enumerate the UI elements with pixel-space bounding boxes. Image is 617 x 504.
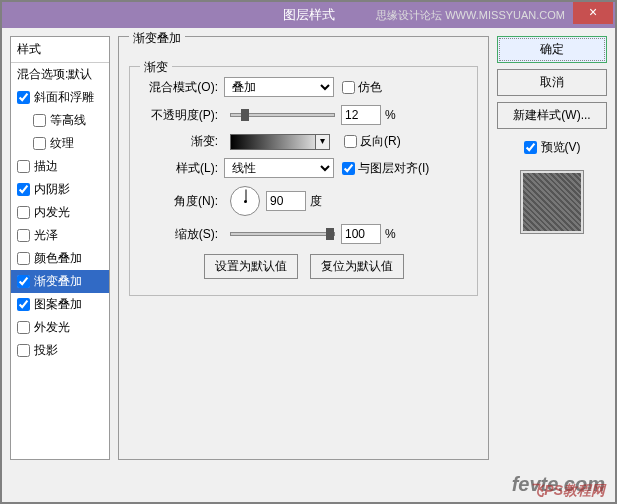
style-checkbox[interactable] — [17, 91, 30, 104]
style-checkbox[interactable] — [17, 206, 30, 219]
align-checkbox[interactable]: 与图层对齐(I) — [342, 160, 429, 177]
opacity-row: 不透明度(P): % — [138, 105, 469, 125]
style-item-3[interactable]: 描边 — [11, 155, 109, 178]
blend-mode-row: 混合模式(O): 叠加 仿色 — [138, 77, 469, 97]
scale-input[interactable] — [341, 224, 381, 244]
style-checkbox[interactable] — [17, 298, 30, 311]
gradient-label: 渐变: — [138, 133, 218, 150]
angle-label: 角度(N): — [138, 193, 218, 210]
reverse-checkbox[interactable]: 反向(R) — [344, 133, 401, 150]
angle-dial[interactable] — [230, 186, 260, 216]
scale-label: 缩放(S): — [138, 226, 218, 243]
ok-button[interactable]: 确定 — [497, 36, 607, 63]
style-select[interactable]: 线性 — [224, 158, 334, 178]
style-item-label: 渐变叠加 — [34, 273, 82, 290]
cancel-button[interactable]: 取消 — [497, 69, 607, 96]
opacity-slider[interactable] — [230, 113, 335, 117]
preview-thumbnail — [520, 170, 584, 234]
style-checkbox[interactable] — [17, 344, 30, 357]
blend-options-default[interactable]: 混合选项:默认 — [11, 63, 109, 86]
settings-panel: 渐变叠加 渐变 混合模式(O): 叠加 仿色 不透明度(P): % 渐变: ▾ … — [118, 36, 489, 460]
style-item-label: 描边 — [34, 158, 58, 175]
opacity-input[interactable] — [341, 105, 381, 125]
style-item-label: 内阴影 — [34, 181, 70, 198]
style-item-10[interactable]: 外发光 — [11, 316, 109, 339]
scale-slider[interactable] — [230, 232, 335, 236]
angle-input[interactable] — [266, 191, 306, 211]
style-item-label: 斜面和浮雕 — [34, 89, 94, 106]
fieldset-title: 渐变 — [140, 59, 172, 76]
style-item-0[interactable]: 斜面和浮雕 — [11, 86, 109, 109]
set-default-button[interactable]: 设置为默认值 — [204, 254, 298, 279]
styles-list: 样式 混合选项:默认 斜面和浮雕等高线纹理描边内阴影内发光光泽颜色叠加渐变叠加图… — [10, 36, 110, 460]
degree-label: 度 — [310, 193, 322, 210]
style-item-11[interactable]: 投影 — [11, 339, 109, 362]
close-button[interactable]: × — [573, 2, 613, 24]
scale-row: 缩放(S): % — [138, 224, 469, 244]
style-item-6[interactable]: 光泽 — [11, 224, 109, 247]
style-item-2[interactable]: 纹理 — [11, 132, 109, 155]
style-row: 样式(L): 线性 与图层对齐(I) — [138, 158, 469, 178]
blend-mode-label: 混合模式(O): — [138, 79, 218, 96]
style-item-label: 等高线 — [50, 112, 86, 129]
style-item-label: 纹理 — [50, 135, 74, 152]
style-item-9[interactable]: 图案叠加 — [11, 293, 109, 316]
opacity-label: 不透明度(P): — [138, 107, 218, 124]
reset-default-button[interactable]: 复位为默认值 — [310, 254, 404, 279]
branding-text: 思缘设计论坛 WWW.MISSYUAN.COM — [376, 8, 565, 23]
style-checkbox[interactable] — [17, 321, 30, 334]
style-checkbox[interactable] — [33, 114, 46, 127]
watermark-sub: 飞PS教程网 — [530, 482, 605, 500]
percent-label: % — [385, 108, 396, 122]
section-title: 渐变叠加 — [129, 31, 185, 45]
style-item-label: 图案叠加 — [34, 296, 82, 313]
style-label: 样式(L): — [138, 160, 218, 177]
titlebar: 图层样式 思缘设计论坛 WWW.MISSYUAN.COM × — [2, 2, 615, 28]
style-item-label: 内发光 — [34, 204, 70, 221]
percent-label-2: % — [385, 227, 396, 241]
style-item-5[interactable]: 内发光 — [11, 201, 109, 224]
new-style-button[interactable]: 新建样式(W)... — [497, 102, 607, 129]
style-checkbox[interactable] — [33, 137, 46, 150]
gradient-row: 渐变: ▾ 反向(R) — [138, 133, 469, 150]
preview-checkbox[interactable]: 预览(V) — [497, 139, 607, 156]
gradient-fieldset: 渐变 混合模式(O): 叠加 仿色 不透明度(P): % 渐变: ▾ 反向(R)… — [129, 66, 478, 296]
dither-checkbox[interactable]: 仿色 — [342, 79, 382, 96]
style-item-7[interactable]: 颜色叠加 — [11, 247, 109, 270]
styles-header: 样式 — [11, 37, 109, 63]
gradient-picker[interactable]: ▾ — [230, 134, 330, 150]
style-item-8[interactable]: 渐变叠加 — [11, 270, 109, 293]
default-buttons-row: 设置为默认值 复位为默认值 — [138, 254, 469, 279]
style-checkbox[interactable] — [17, 275, 30, 288]
content-area: 样式 混合选项:默认 斜面和浮雕等高线纹理描边内阴影内发光光泽颜色叠加渐变叠加图… — [2, 28, 615, 468]
angle-row: 角度(N): 度 — [138, 186, 469, 216]
style-item-label: 颜色叠加 — [34, 250, 82, 267]
style-checkbox[interactable] — [17, 160, 30, 173]
chevron-down-icon[interactable]: ▾ — [315, 135, 329, 149]
action-panel: 确定 取消 新建样式(W)... 预览(V) — [497, 36, 607, 460]
style-item-label: 投影 — [34, 342, 58, 359]
style-item-label: 外发光 — [34, 319, 70, 336]
style-checkbox[interactable] — [17, 183, 30, 196]
style-item-4[interactable]: 内阴影 — [11, 178, 109, 201]
blend-mode-select[interactable]: 叠加 — [224, 77, 334, 97]
style-item-1[interactable]: 等高线 — [11, 109, 109, 132]
style-item-label: 光泽 — [34, 227, 58, 244]
style-checkbox[interactable] — [17, 229, 30, 242]
style-checkbox[interactable] — [17, 252, 30, 265]
